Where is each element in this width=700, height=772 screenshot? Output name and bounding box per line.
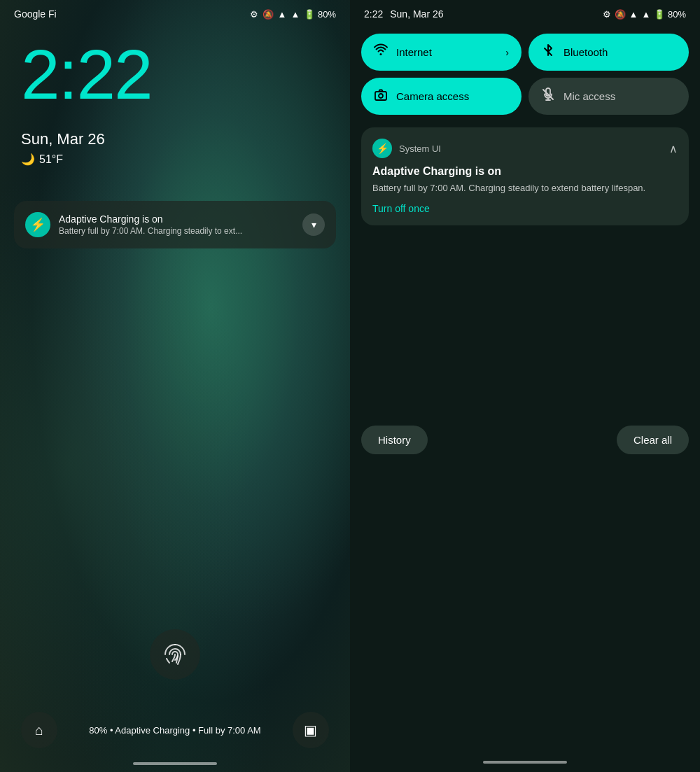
recents-button[interactable]: ▣ bbox=[293, 712, 329, 748]
right-time-date: 2:22 Sun, Mar 26 bbox=[364, 8, 444, 20]
silent-icon-right: 🔕 bbox=[615, 9, 626, 20]
turn-off-once-button[interactable]: Turn off once bbox=[372, 203, 678, 214]
collapse-icon[interactable]: ∧ bbox=[669, 142, 678, 155]
right-status-icons: ⚙ 🔕 ▲ ▲ 🔋 80% bbox=[603, 9, 686, 20]
wifi-icon: ▲ bbox=[290, 9, 300, 20]
right-home-indicator-bar bbox=[483, 761, 567, 764]
system-ui-notification-card[interactable]: ⚡ System UI ∧ Adaptive Charging is on Ba… bbox=[361, 127, 689, 225]
moon-icon: 🌙 bbox=[21, 153, 35, 166]
right-status-bar: 2:22 Sun, Mar 26 ⚙ 🔕 ▲ ▲ 🔋 80% bbox=[350, 0, 700, 25]
battery-icon-right: 🔋 80% bbox=[654, 9, 686, 20]
charging-icon: ⚡ bbox=[30, 217, 46, 232]
chevron-down-icon: ▾ bbox=[312, 219, 316, 230]
signal-icon-right: ▲ bbox=[629, 9, 638, 20]
svg-point-1 bbox=[379, 94, 383, 98]
mic-label: Mic access bbox=[564, 90, 615, 102]
fingerprint-area[interactable] bbox=[0, 608, 350, 701]
expand-button[interactable]: ▾ bbox=[302, 213, 325, 236]
weather-display: 🌙 51°F bbox=[21, 153, 329, 166]
signal-icon: ▲ bbox=[278, 9, 287, 20]
recents-icon: ▣ bbox=[304, 722, 317, 738]
bluetooth-tile-icon bbox=[541, 43, 555, 61]
lock-notification-card[interactable]: ⚡ Adaptive Charging is on Battery full b… bbox=[14, 201, 336, 248]
internet-tile[interactable]: Internet › bbox=[361, 34, 522, 71]
card-header: ⚡ System UI ∧ bbox=[372, 139, 678, 158]
clear-all-button[interactable]: Clear all bbox=[617, 426, 689, 454]
lock-screen: Google Fi ⚙ 🔕 ▲ ▲ 🔋 80% 2:22 Sun, Mar 26… bbox=[0, 0, 350, 772]
fingerprint-button[interactable] bbox=[150, 629, 200, 680]
notification-text-area: Adaptive Charging is on Battery full by … bbox=[59, 213, 294, 236]
clock-display: 2:22 bbox=[21, 39, 329, 109]
left-status-bar: Google Fi ⚙ 🔕 ▲ ▲ 🔋 80% bbox=[0, 0, 350, 25]
clock-area: 2:22 bbox=[0, 25, 350, 116]
bluetooth-label: Bluetooth bbox=[564, 46, 608, 58]
quick-tiles-grid: Internet › Bluetooth Camera access bbox=[350, 25, 700, 120]
app-name: System UI bbox=[399, 143, 441, 154]
internet-label: Internet bbox=[396, 46, 432, 58]
bottom-actions: History Clear all bbox=[350, 417, 700, 465]
home-icon: ⌂ bbox=[35, 722, 43, 738]
right-time: 2:22 bbox=[364, 8, 383, 20]
mute-icon: ⚙ bbox=[250, 9, 258, 20]
bluetooth-tile[interactable]: Bluetooth bbox=[528, 34, 689, 71]
wifi-tile-icon bbox=[374, 43, 388, 61]
internet-chevron-icon: › bbox=[505, 47, 509, 58]
notification-body: Battery full by 7:00 AM. Charging steadi… bbox=[59, 226, 294, 236]
notification-shade: 2:22 Sun, Mar 26 ⚙ 🔕 ▲ ▲ 🔋 80% Internet … bbox=[350, 0, 700, 772]
mic-tile-icon bbox=[541, 87, 555, 105]
camera-label: Camera access bbox=[396, 90, 469, 102]
bottom-bar: ⌂ 80% • Adaptive Charging • Full by 7:00… bbox=[0, 701, 350, 762]
battery-icon: 🔋 80% bbox=[304, 9, 336, 20]
home-indicator-bar bbox=[133, 762, 217, 765]
system-ui-icon: ⚡ bbox=[372, 139, 392, 158]
empty-space bbox=[350, 465, 700, 755]
home-button[interactable]: ⌂ bbox=[21, 712, 57, 748]
wifi-signal-icon: ▲ bbox=[641, 9, 650, 20]
right-home-indicator bbox=[350, 755, 700, 772]
notifications-area: ⚡ System UI ∧ Adaptive Charging is on Ba… bbox=[350, 120, 700, 417]
battery-status-label: 80% • Adaptive Charging • Full by 7:00 A… bbox=[89, 725, 260, 736]
battery-status-text: 80% • Adaptive Charging • Full by 7:00 A… bbox=[89, 725, 260, 736]
temperature: 51°F bbox=[39, 153, 63, 166]
history-button[interactable]: History bbox=[361, 426, 428, 454]
date-weather-area: Sun, Mar 26 🌙 51°F bbox=[0, 116, 350, 173]
camera-tile-icon bbox=[374, 87, 388, 105]
left-status-icons: ⚙ 🔕 ▲ ▲ 🔋 80% bbox=[250, 9, 336, 20]
settings-icon: ⚙ bbox=[603, 9, 611, 20]
date-display: Sun, Mar 26 bbox=[21, 130, 329, 148]
notification-title: Adaptive Charging is on bbox=[59, 213, 294, 225]
silent-icon: 🔕 bbox=[262, 9, 274, 20]
notification-icon-circle: ⚡ bbox=[25, 212, 50, 237]
carrier-label: Google Fi bbox=[14, 8, 57, 20]
mic-tile[interactable]: Mic access bbox=[528, 78, 689, 115]
fingerprint-icon bbox=[161, 640, 189, 668]
card-body: Battery full by 7:00 AM. Charging steadi… bbox=[372, 182, 678, 195]
home-indicator bbox=[0, 762, 350, 772]
camera-tile[interactable]: Camera access bbox=[361, 78, 522, 115]
card-title: Adaptive Charging is on bbox=[372, 165, 678, 178]
right-date: Sun, Mar 26 bbox=[390, 8, 443, 20]
svg-rect-0 bbox=[375, 92, 386, 100]
